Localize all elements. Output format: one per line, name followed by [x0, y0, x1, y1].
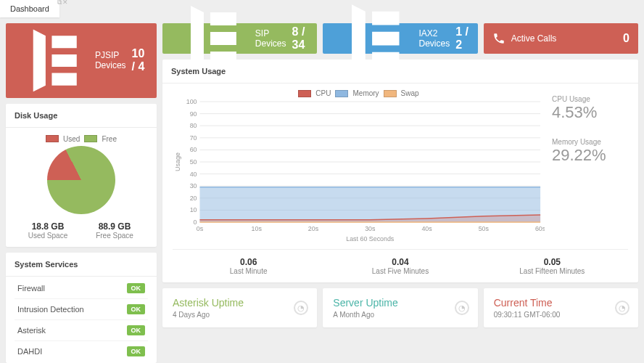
legend-memory-label: Memory	[352, 89, 379, 97]
service-row[interactable]: AsteriskOK	[15, 320, 148, 341]
free-space-value: 88.9 GB	[81, 221, 148, 232]
load-label: Last Fifteen Minutes	[476, 267, 628, 275]
legend-memory-swatch	[335, 90, 348, 97]
svg-text:10s: 10s	[252, 225, 263, 232]
info-title: Current Time	[494, 297, 628, 309]
svg-text:Usage: Usage	[174, 152, 181, 171]
stat-label: PJSIP Devices	[95, 50, 126, 70]
legend-swap-swatch	[384, 90, 397, 97]
clock-icon: ◔	[455, 301, 469, 315]
load-value: 0.05	[476, 257, 628, 267]
svg-text:40: 40	[190, 171, 197, 178]
svg-text:30s: 30s	[365, 225, 376, 232]
legend-used-label: Used	[63, 135, 80, 143]
service-name: Asterisk	[17, 326, 46, 335]
clock-icon: ◔	[615, 301, 629, 315]
panel-title: System Services	[6, 253, 157, 277]
service-row[interactable]: Intrusion DetectionOK	[15, 299, 148, 320]
used-space-value: 18.8 GB	[15, 221, 81, 232]
status-badge: OK	[127, 304, 146, 314]
legend-cpu-swatch	[298, 90, 311, 97]
service-name: Intrusion Detection	[17, 305, 84, 314]
svg-text:70: 70	[190, 134, 197, 142]
info-card[interactable]: Current Time09:30:11 GMT-06:00◔	[484, 288, 638, 327]
close-icon[interactable]: ✕	[62, 0, 68, 7]
service-row[interactable]: DAHDIOK	[15, 341, 148, 362]
cpu-usage-label: CPU Usage	[552, 95, 625, 103]
svg-text:40s: 40s	[421, 225, 432, 232]
disk-legend: Used Free	[15, 135, 148, 143]
phone-icon	[492, 31, 505, 46]
stat-value: 8 / 34	[292, 25, 309, 52]
svg-text:20s: 20s	[308, 225, 319, 232]
system-services-panel: System Services FirewallOKIntrusion Dete…	[6, 253, 157, 363]
legend-used-swatch	[46, 135, 59, 142]
chart-legend: CPU Memory Swap	[173, 89, 545, 97]
active-calls-card[interactable]: Active Calls 0	[484, 23, 638, 54]
load-label: Last Minute	[173, 267, 324, 275]
svg-text:90: 90	[190, 110, 197, 118]
load-stat: 0.05Last Fifteen Minutes	[476, 250, 628, 282]
detach-icon[interactable]: ⧉	[57, 0, 62, 7]
svg-text:100: 100	[186, 98, 197, 105]
status-badge: OK	[127, 325, 146, 335]
service-name: DAHDI	[17, 347, 42, 356]
service-name: Firewall	[17, 284, 45, 293]
info-title: Asterisk Uptime	[173, 297, 307, 309]
memory-usage-value: 29.22%	[552, 146, 625, 165]
info-subtitle: 09:30:11 GMT-06:00	[494, 311, 628, 319]
dashboard-tab[interactable]: Dashboard ⧉ ✕	[0, 0, 59, 17]
memory-usage-label: Memory Usage	[552, 138, 625, 146]
svg-text:10: 10	[190, 206, 197, 213]
system-usage-panel: System Usage CPU Memory Swap 01020304050…	[162, 60, 638, 282]
svg-text:0s: 0s	[197, 225, 204, 232]
usage-chart: 01020304050607080901000s10s20s30s40s50s6…	[173, 97, 545, 242]
svg-text:50: 50	[190, 158, 197, 166]
used-space-stat: 18.8 GB Used Space	[15, 221, 81, 240]
legend-free-label: Free	[102, 135, 117, 143]
panel-title: Disk Usage	[6, 104, 157, 128]
disk-pie-chart	[47, 146, 115, 214]
tab-title: Dashboard	[10, 4, 49, 13]
info-subtitle: A Month Ago	[333, 311, 467, 319]
sip-devices-card[interactable]: SIP Devices 8 / 34	[162, 23, 317, 54]
load-value: 0.06	[173, 257, 324, 267]
legend-free-swatch	[84, 135, 97, 142]
svg-text:Last 60 Seconds: Last 60 Seconds	[346, 235, 395, 242]
legend-cpu-label: CPU	[315, 89, 331, 97]
load-value: 0.04	[324, 257, 476, 267]
used-space-label: Used Space	[15, 232, 81, 240]
status-badge: OK	[127, 346, 146, 356]
stat-label: SIP Devices	[255, 28, 286, 49]
stat-value: 1 / 2	[455, 25, 468, 52]
cpu-usage-value: 4.53%	[552, 103, 625, 122]
pjsp-devices-card[interactable]: PJSIP Devices 10 / 4	[6, 23, 157, 98]
info-card[interactable]: Server UptimeA Month Ago◔	[323, 288, 477, 327]
stat-value: 0	[623, 32, 629, 45]
svg-text:30: 30	[190, 182, 197, 189]
svg-text:60s: 60s	[535, 225, 545, 232]
device-icon	[15, 23, 89, 98]
free-space-stat: 88.9 GB Free Space	[81, 221, 148, 240]
svg-text:20: 20	[190, 195, 197, 202]
disk-usage-panel: Disk Usage Used Free 18.8 GB Used Space	[6, 104, 157, 247]
info-card[interactable]: Asterisk Uptime4 Days Ago◔	[162, 288, 317, 327]
service-row[interactable]: FirewallOK	[15, 278, 148, 299]
iax2-devices-card[interactable]: IAX2 Devices 1 / 2	[323, 23, 477, 54]
stat-label: IAX2 Devices	[419, 28, 450, 49]
stat-label: Active Calls	[511, 33, 617, 44]
svg-text:50s: 50s	[479, 225, 490, 232]
status-badge: OK	[127, 283, 146, 293]
stat-value: 10 / 4	[132, 47, 148, 73]
load-label: Last Five Minutes	[324, 267, 476, 275]
legend-swap-label: Swap	[401, 89, 419, 97]
load-stat: 0.04Last Five Minutes	[324, 250, 476, 282]
info-title: Server Uptime	[333, 297, 467, 309]
load-stat: 0.06Last Minute	[173, 250, 324, 282]
free-space-label: Free Space	[81, 232, 148, 240]
svg-text:60: 60	[190, 146, 197, 153]
svg-text:80: 80	[190, 122, 197, 129]
panel-title: System Usage	[162, 60, 638, 83]
clock-icon: ◔	[294, 301, 308, 315]
info-subtitle: 4 Days Ago	[173, 311, 307, 319]
